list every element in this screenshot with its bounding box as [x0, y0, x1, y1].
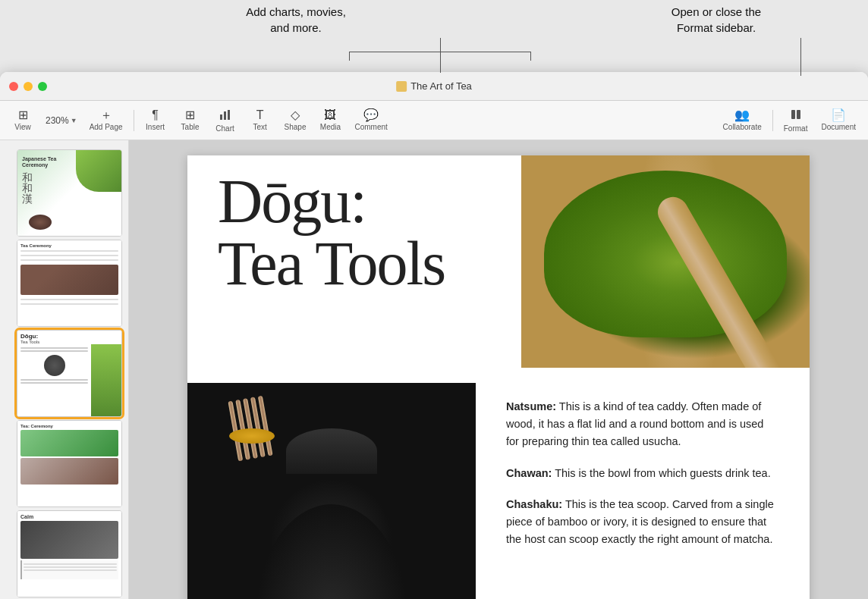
svg-rect-4 [797, 110, 800, 119]
shape-label: Shape [285, 123, 307, 131]
page-3-main-title: Dōgu: [17, 331, 121, 340]
comment-label: Comment [354, 123, 387, 131]
gold-cord [229, 428, 275, 444]
toolbar: ⊞ View 230% ▼ ＋ Add Page ¶ Insert ⊞ Tabl… [0, 101, 868, 140]
title-line-1: Dōgu: [218, 171, 506, 233]
media-label: Media [320, 123, 341, 131]
comment-icon: 💬 [363, 109, 379, 121]
app-window: The Art of Tea ⊞ View 230% ▼ ＋ Add Page … [0, 72, 868, 599]
page-thumbnail-4[interactable]: 4 Tea: Ceremony [17, 420, 122, 507]
natsume-term: Natsume: [506, 400, 556, 412]
doc-icon [396, 81, 407, 92]
chawan-text: This is the bowl from which guests drink… [555, 467, 770, 479]
format-button[interactable]: Format [778, 105, 814, 136]
page-3-inner: Dōgu: Tea Tools [17, 330, 122, 417]
svg-rect-0 [220, 114, 222, 120]
matcha-spoon-visual [521, 155, 810, 368]
page-4-img-bot [20, 458, 118, 485]
chart-icon [219, 108, 231, 123]
comment-button[interactable]: 💬 Comment [348, 106, 393, 134]
view-icon: ⊞ [18, 109, 28, 121]
shape-icon: ◇ [291, 109, 300, 121]
title-line-2: Tea Tools [218, 233, 506, 295]
maximize-button[interactable] [38, 82, 47, 91]
text-label: Text [253, 123, 266, 131]
view-label: View [14, 123, 31, 131]
page-4-title: Tea: Ceremony [20, 424, 118, 428]
text-icon: T [256, 109, 264, 121]
main-area: 1 Japanese TeaCeremony 和和漢 2 Tea Ceremon… [0, 140, 868, 599]
svg-rect-3 [791, 110, 795, 119]
annotations-layer: Add charts, movies, and more. Open or cl… [0, 0, 868, 72]
chashaku-description: Chashaku: This is the tea scoop. Carved … [506, 496, 779, 549]
document-page: Dōgu: Tea Tools [187, 155, 810, 599]
format-icon [790, 108, 802, 123]
minimize-button[interactable] [24, 82, 33, 91]
zoom-value: 230% [46, 115, 69, 126]
toolbar-separator-2 [772, 110, 773, 131]
left-callout-bracket [349, 52, 531, 61]
insert-icon: ¶ [152, 109, 159, 121]
chashaku-term: Chashaku: [506, 498, 562, 510]
right-callout-text: Open or close the Format sidebar. [640, 4, 792, 36]
page-2-image [20, 265, 118, 295]
media-icon: 🖼 [324, 109, 336, 121]
document-button[interactable]: 📄 Document [815, 106, 862, 134]
natsume-body [256, 504, 407, 599]
add-page-button[interactable]: ＋ Add Page [83, 106, 129, 134]
media-button[interactable]: 🖼 Media [313, 106, 347, 134]
traffic-lights [9, 82, 47, 91]
text-button[interactable]: T Text [244, 106, 277, 134]
page-2-inner: Tea Ceremony [17, 240, 122, 327]
natsume-image: 幸 [187, 383, 476, 599]
svg-rect-1 [224, 111, 226, 120]
page-5-inner: Calm [17, 510, 122, 597]
page-thumbnail-2[interactable]: 2 Tea Ceremony [17, 240, 122, 327]
right-callout-line [800, 38, 801, 76]
toolbar-separator-1 [134, 110, 134, 131]
table-icon: ⊞ [185, 109, 195, 121]
left-callout-drop [440, 32, 441, 38]
tea-descriptions: Natsume: This is a kind of tea caddy. Of… [476, 383, 810, 599]
page-bottom-content: 幸 Natsume: This is a kind of tea caddy. … [187, 383, 810, 599]
chawan-description: Chawan: This is the bowl from which gues… [506, 465, 779, 482]
chart-label: Chart [215, 124, 234, 133]
page-3-teapot [44, 355, 65, 376]
zoom-button[interactable]: 230% ▼ [41, 112, 82, 129]
chart-button[interactable]: Chart [209, 105, 242, 136]
page-5-title: Calm [20, 514, 118, 519]
close-button[interactable] [9, 82, 18, 91]
document-icon: 📄 [831, 109, 846, 121]
collaborate-icon: 👥 [734, 109, 750, 121]
title-bar: The Art of Tea [0, 72, 868, 101]
page-thumbnail-1[interactable]: 1 Japanese TeaCeremony 和和漢 [17, 149, 122, 237]
chawan-term: Chawan: [506, 467, 552, 479]
natsume-description: Natsume: This is a kind of tea caddy. Of… [506, 398, 779, 451]
page-3-matcha [91, 344, 121, 416]
page-thumbnail-5[interactable]: 5 Calm [17, 510, 122, 597]
page-4-img-top [20, 430, 118, 456]
document-canvas[interactable]: Dōgu: Tea Tools [129, 140, 868, 599]
matcha-powder [544, 171, 787, 337]
page-1-inner: Japanese TeaCeremony 和和漢 [17, 149, 122, 237]
view-button[interactable]: ⊞ View [6, 106, 39, 134]
page-5-quote [20, 560, 118, 579]
left-callout-text: Add charts, movies, and more. [212, 4, 379, 36]
window-title: The Art of Tea [396, 80, 472, 92]
matcha-image-area [521, 155, 810, 368]
pages-sidebar: 1 Japanese TeaCeremony 和和漢 2 Tea Ceremon… [0, 140, 129, 599]
page-main-title: Dōgu: Tea Tools [218, 171, 506, 295]
natsume-lid [286, 428, 377, 474]
zoom-arrow-icon: ▼ [71, 117, 77, 124]
insert-button[interactable]: ¶ Insert [139, 106, 172, 134]
page-1-bowl [29, 215, 52, 230]
shape-button[interactable]: ◇ Shape [278, 106, 313, 134]
left-callout-line [440, 38, 441, 73]
collaborate-button[interactable]: 👥 Collaborate [717, 106, 768, 134]
table-label: Table [181, 123, 200, 131]
insert-label: Insert [146, 123, 165, 131]
table-button[interactable]: ⊞ Table [174, 106, 207, 134]
svg-rect-2 [228, 110, 230, 120]
page-thumbnail-3[interactable]: 3 Dōgu: Tea Tools [17, 330, 122, 417]
page-title-area: Dōgu: Tea Tools [218, 171, 506, 295]
